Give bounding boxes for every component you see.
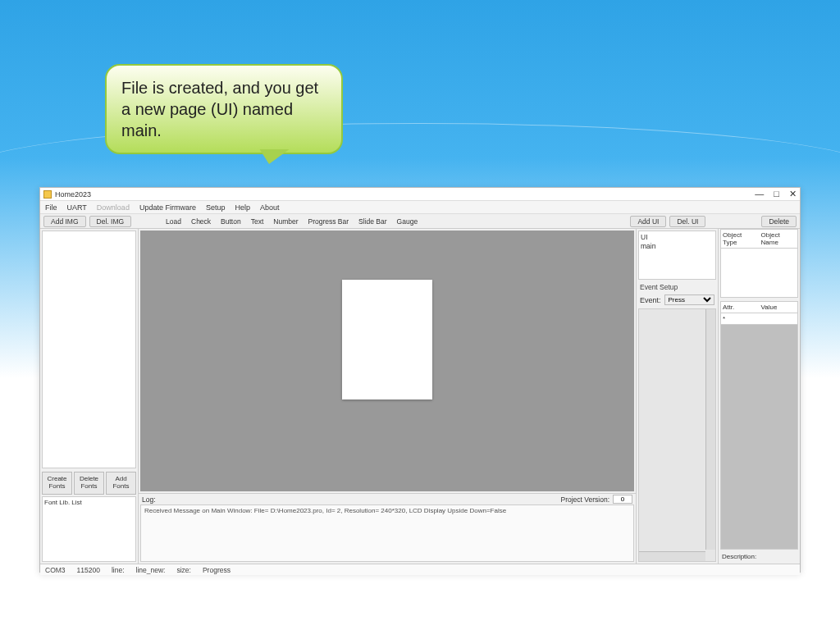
tool-text[interactable]: Text <box>248 217 267 226</box>
project-version-input[interactable] <box>613 495 632 504</box>
menu-about[interactable]: About <box>260 203 280 212</box>
status-baud: 115200 <box>77 566 100 574</box>
log-header: Log: Project Version: <box>139 493 636 504</box>
menu-help[interactable]: Help <box>235 203 250 212</box>
tool-progress-bar[interactable]: Progress Bar <box>305 217 353 226</box>
del-img-button[interactable]: Del. IMG <box>89 216 132 227</box>
image-list[interactable] <box>42 231 136 468</box>
status-line: line: <box>112 566 125 574</box>
app-icon <box>43 190 52 199</box>
ui-list-item-main[interactable]: main <box>641 242 714 251</box>
ui-page-main[interactable] <box>342 280 432 399</box>
event-setup-label: Event Setup <box>637 281 718 293</box>
attr-grid-fill <box>720 325 798 550</box>
app-window: Home2023 — □ ✕ File UART Download Update… <box>39 187 801 573</box>
menubar: File UART Download Update Firmware Setup… <box>40 201 800 214</box>
col-object-type: Object Type <box>721 230 760 248</box>
titlebar: Home2023 — □ ✕ <box>40 188 800 201</box>
window-title: Home2023 <box>55 190 755 199</box>
font-lib-label: Font Lib. List <box>44 499 82 506</box>
menu-download: Download <box>97 203 130 212</box>
properties-panel: Object Type Object Name Attr. Value * De… <box>718 229 800 564</box>
object-list[interactable] <box>720 249 798 298</box>
tool-load[interactable]: Load <box>162 217 185 226</box>
status-progress: Progress <box>203 566 231 574</box>
tool-number[interactable]: Number <box>270 217 301 226</box>
maximize-button[interactable]: □ <box>774 189 779 199</box>
left-panel: Create Fonts Delete Fonts Add Fonts Font… <box>40 229 139 564</box>
add-ui-button[interactable]: Add UI <box>630 216 666 227</box>
ui-list[interactable]: UI main <box>638 231 716 280</box>
close-button[interactable]: ✕ <box>789 189 797 199</box>
delete-fonts-button[interactable]: Delete Fonts <box>74 472 104 495</box>
event-area[interactable] <box>638 308 716 562</box>
log-line: Received Message on Main Window: File= D… <box>144 507 506 514</box>
callout-text: File is created, and you get a new page … <box>121 79 318 139</box>
status-size: size: <box>176 566 190 574</box>
horizontal-scrollbar[interactable] <box>639 551 705 561</box>
ui-list-header: UI <box>641 233 714 242</box>
description-label: Description: <box>719 550 800 564</box>
tool-check[interactable]: Check <box>188 217 214 226</box>
create-fonts-button[interactable]: Create Fonts <box>42 472 72 495</box>
log-label: Log: <box>142 495 156 504</box>
del-ui-button[interactable]: Del. UI <box>669 216 705 227</box>
callout-bubble: File is created, and you get a new page … <box>105 64 343 154</box>
tool-gauge[interactable]: Gauge <box>394 217 422 226</box>
delete-button[interactable]: Delete <box>761 216 797 227</box>
menu-file[interactable]: File <box>45 203 57 212</box>
menu-update-firmware[interactable]: Update Firmware <box>139 203 196 212</box>
object-header: Object Type Object Name <box>720 229 798 249</box>
font-lib-list[interactable]: Font Lib. List <box>42 496 136 562</box>
statusbar: COM3 115200 line: line_new: size: Progre… <box>40 564 800 575</box>
event-select[interactable]: Press <box>664 294 714 305</box>
attr-row[interactable]: * <box>720 313 798 325</box>
attr-cell: * <box>721 313 760 324</box>
menu-uart[interactable]: UART <box>67 203 87 212</box>
toolbar: Add IMG Del. IMG Load Check Button Text … <box>40 214 800 229</box>
log-output: Received Message on Main Window: File= D… <box>140 504 634 562</box>
vertical-scrollbar[interactable] <box>705 309 715 550</box>
status-line-new: line_new: <box>136 566 166 574</box>
project-version-label: Project Version: <box>560 495 609 504</box>
center-panel: Log: Project Version: Received Message o… <box>139 229 636 564</box>
design-canvas[interactable] <box>140 231 634 491</box>
col-value: Value <box>760 302 798 313</box>
add-img-button[interactable]: Add IMG <box>43 216 86 227</box>
col-attr: Attr. <box>721 302 760 313</box>
value-cell <box>760 313 798 324</box>
menu-setup[interactable]: Setup <box>206 203 226 212</box>
event-label: Event: <box>640 296 661 304</box>
tool-button[interactable]: Button <box>217 217 244 226</box>
ui-panel: UI main Event Setup Event: Press <box>636 229 718 564</box>
status-com: COM3 <box>45 566 66 574</box>
attr-header: Attr. Value <box>720 301 798 313</box>
minimize-button[interactable]: — <box>755 189 764 199</box>
col-object-name: Object Name <box>760 230 798 248</box>
tool-slide-bar[interactable]: Slide Bar <box>355 217 390 226</box>
add-fonts-button[interactable]: Add Fonts <box>106 472 136 495</box>
